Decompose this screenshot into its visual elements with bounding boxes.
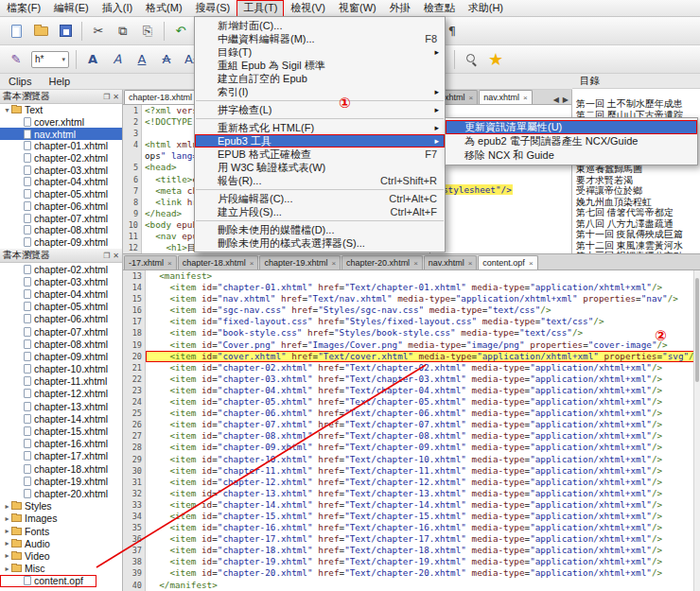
tab-chapter-20.xhtml[interactable]: chapter-20.xhtml× bbox=[341, 255, 423, 269]
file-chapter-10.xhtml[interactable]: chapter-10.xhtml bbox=[0, 363, 122, 375]
float-dock-icon[interactable]: ❐ bbox=[103, 252, 110, 260]
menubar-item-2[interactable]: 編輯(E) bbox=[47, 0, 96, 17]
file-chapter-04.xhtml[interactable]: chapter-04.xhtml bbox=[0, 176, 122, 188]
cut-button[interactable]: ✂ bbox=[87, 20, 110, 43]
toc-entry-10[interactable]: 娩九州血頂染程虹 bbox=[572, 197, 700, 208]
tools-menu-item-17[interactable]: 建立片段(S)...Ctrl+Alt+F bbox=[195, 205, 445, 218]
tab-close-icon[interactable]: × bbox=[468, 259, 473, 268]
toc-entry-12[interactable]: 第八回 八方九澤盡疏通 bbox=[572, 218, 700, 230]
file-chapter-19.xhtml[interactable]: chapter-19.xhtml bbox=[0, 475, 122, 487]
float-dock-icon[interactable]: ❐ bbox=[103, 93, 110, 101]
folder-Fonts[interactable]: ▸Fonts bbox=[0, 525, 122, 537]
tab-close-icon[interactable]: × bbox=[523, 94, 528, 102]
tab-close-icon[interactable]: × bbox=[331, 259, 336, 268]
menubar-item-6[interactable]: 工具(T) bbox=[236, 0, 284, 17]
tab-content.opf[interactable]: content.opf× bbox=[478, 255, 537, 269]
epub3-submenu-item-3[interactable]: 移除 NCX 和 Guide bbox=[446, 148, 697, 163]
clips-dock-tab[interactable]: Clips bbox=[0, 76, 40, 87]
file-nav.xhtml[interactable]: nav.xhtml bbox=[0, 128, 122, 140]
new-epub-button[interactable] bbox=[5, 20, 27, 43]
code-editor-opf[interactable]: 13 <manifest>14 <item id="chapter-01.xht… bbox=[123, 270, 700, 591]
tools-menu-item-2[interactable]: 中繼資料編輯器(M)...F8 bbox=[195, 32, 445, 45]
file-chapter-02.xhtml[interactable]: chapter-02.xhtml bbox=[0, 152, 122, 165]
file-chapter-16.xhtml[interactable]: chapter-16.xhtml bbox=[0, 438, 122, 450]
folder-Video[interactable]: ▸Video bbox=[0, 549, 122, 562]
tools-menu-item-1[interactable]: 新增封面(C)... bbox=[195, 19, 445, 32]
tools-menu-item-19[interactable]: 刪除未使用的媒體檔(D)... bbox=[195, 223, 445, 236]
menubar-item-10[interactable]: 檢查點 bbox=[417, 0, 462, 17]
file-chapter-01.xhtml[interactable]: chapter-01.xhtml bbox=[0, 140, 122, 152]
strikethrough-button[interactable]: A bbox=[155, 48, 178, 71]
file-chapter-12.xhtml[interactable]: chapter-12.xhtml bbox=[0, 388, 122, 400]
file-chapter-06.xhtml[interactable]: chapter-06.xhtml bbox=[0, 200, 122, 213]
tab-chapter-18.xhtml[interactable]: chapter-18.xhtml× bbox=[124, 90, 205, 104]
clips-combo[interactable]: h*▾ bbox=[31, 51, 69, 68]
folder-Styles[interactable]: ▸Styles bbox=[0, 500, 122, 513]
bold-button[interactable]: A bbox=[81, 48, 104, 71]
tab--17.xhtml[interactable]: -17.xhtml× bbox=[124, 255, 177, 269]
tab-chapter-19.xhtml[interactable]: chapter-19.xhtml× bbox=[259, 255, 341, 269]
file-chapter-09.xhtml[interactable]: chapter-09.xhtml bbox=[0, 350, 122, 362]
tab-close-icon[interactable]: × bbox=[250, 259, 254, 268]
tools-menu-item-12[interactable]: EPUB 格式正確檢查F7 bbox=[195, 148, 445, 161]
help-dock-tab[interactable]: Help bbox=[40, 76, 79, 87]
tools-menu-item-10[interactable]: 重新格式化 HTML(F)▸ bbox=[195, 121, 445, 134]
file-chapter-03.xhtml[interactable]: chapter-03.xhtml bbox=[0, 164, 122, 176]
menubar-item-11[interactable]: 求助(H) bbox=[462, 0, 510, 17]
file-chapter-08.xhtml[interactable]: chapter-08.xhtml bbox=[0, 224, 122, 236]
italic-button[interactable]: A bbox=[106, 48, 129, 71]
folder-Misc[interactable]: ▸Misc bbox=[0, 563, 122, 575]
clip-editor-button[interactable]: ✎ bbox=[5, 48, 27, 71]
tools-menu-item-3[interactable]: 目錄(T)▸ bbox=[195, 45, 445, 59]
toc-entry-1[interactable]: 第一回 土不制水歷年成患 bbox=[572, 98, 700, 110]
tab-nav.xhtml[interactable]: nav.xhtml× bbox=[479, 90, 533, 104]
open-button[interactable] bbox=[29, 20, 52, 43]
folder-Text[interactable]: ▾Text bbox=[0, 104, 122, 116]
file-chapter-05.xhtml[interactable]: chapter-05.xhtml bbox=[0, 188, 122, 200]
tab-close-icon[interactable]: × bbox=[413, 259, 418, 268]
file-chapter-20.xhtml[interactable]: chapter-20.xhtml bbox=[0, 487, 122, 499]
scroll-left-icon[interactable]: ◀ bbox=[553, 96, 559, 104]
epub3-submenu-item-2[interactable]: 為 epub2 電子閱讀器產生 NCX/Guide bbox=[446, 134, 697, 148]
file-chapter-15.xhtml[interactable]: chapter-15.xhtml bbox=[0, 425, 122, 437]
file-chapter-13.xhtml[interactable]: chapter-13.xhtml bbox=[0, 400, 122, 412]
file-chapter-17.xhtml[interactable]: chapter-17.xhtml bbox=[0, 450, 122, 462]
tools-menu-item-6[interactable]: 索引(I)▸ bbox=[195, 85, 445, 98]
close-dock-icon[interactable]: ✕ bbox=[113, 93, 119, 101]
tools-menu-item-4[interactable]: 重組 Epub 為 Sigil 標準 bbox=[195, 59, 445, 72]
file-chapter-07.xhtml[interactable]: chapter-07.xhtml bbox=[0, 325, 122, 338]
close-dock-icon[interactable]: ✕ bbox=[113, 252, 119, 260]
scroll-right-icon[interactable]: ▶ bbox=[563, 96, 569, 104]
toc-entry-14[interactable]: 第十二回 東風凍雲黃河水 bbox=[572, 240, 700, 252]
tab-close-icon[interactable]: × bbox=[529, 259, 534, 268]
paste-button[interactable]: ⎘ bbox=[136, 20, 159, 43]
underline-button[interactable]: A bbox=[131, 48, 153, 71]
menubar-item-5[interactable]: 搜尋(S) bbox=[189, 0, 237, 17]
tools-menu-item-14[interactable]: 報告(R)...Ctrl+Shift+R bbox=[195, 174, 445, 187]
file-cover.xhtml[interactable]: cover.xhtml bbox=[0, 116, 122, 129]
tools-menu-item-8[interactable]: 拼字檢查(L)▸ bbox=[195, 103, 445, 116]
file-chapter-18.xhtml[interactable]: chapter-18.xhtml bbox=[0, 462, 122, 475]
file-chapter-04.xhtml[interactable]: chapter-04.xhtml bbox=[0, 287, 122, 300]
toc-entry-9[interactable]: 受禪讓帝位於鄉 bbox=[572, 185, 700, 197]
file-chapter-08.xhtml[interactable]: chapter-08.xhtml bbox=[0, 338, 122, 350]
vertical-scrollbar[interactable] bbox=[693, 270, 700, 591]
scrollbar-thumb[interactable] bbox=[695, 278, 699, 382]
file-chapter-14.xhtml[interactable]: chapter-14.xhtml bbox=[0, 412, 122, 425]
menubar-item-8[interactable]: 視窗(W) bbox=[332, 0, 383, 17]
menubar-item-7[interactable]: 檢視(V) bbox=[284, 0, 332, 17]
toc-entry-8[interactable]: 要才求賢若渴 bbox=[572, 175, 700, 186]
file-chapter-09.xhtml[interactable]: chapter-09.xhtml bbox=[0, 236, 122, 249]
toc-entry-11[interactable]: 第七回 借箸代籌帝都定 bbox=[572, 207, 700, 218]
file-chapter-05.xhtml[interactable]: chapter-05.xhtml bbox=[0, 301, 122, 313]
folder-Images[interactable]: ▸Images bbox=[0, 513, 122, 525]
tab-close-icon[interactable]: × bbox=[469, 94, 474, 102]
file-chapter-11.xhtml[interactable]: chapter-11.xhtml bbox=[0, 375, 122, 388]
tools-menu-item-16[interactable]: 片段編輯器(C)...Ctrl+Alt+C bbox=[195, 192, 445, 205]
file-content.opf[interactable]: content.opf bbox=[0, 575, 96, 587]
file-chapter-02.xhtml[interactable]: chapter-02.xhtml bbox=[0, 263, 122, 275]
tab-chapter-18.xhtml[interactable]: chapter-18.xhtml× bbox=[178, 255, 259, 269]
tools-menu-item-13[interactable]: 用 W3C 驗證樣式表(W) bbox=[195, 161, 445, 174]
tab-close-icon[interactable]: × bbox=[167, 259, 172, 268]
find-replace-button[interactable] bbox=[460, 48, 482, 71]
